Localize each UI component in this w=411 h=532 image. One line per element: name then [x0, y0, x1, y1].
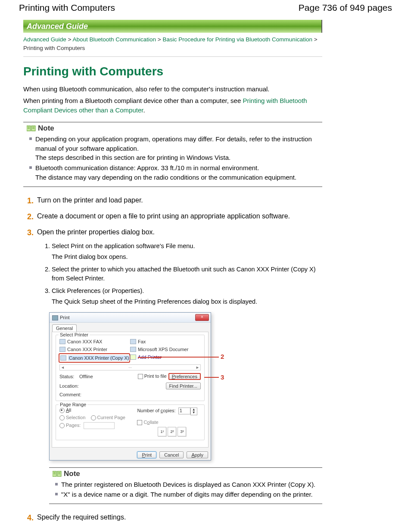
note2-item1: The printer registered on Bluetooth Devi… [61, 480, 322, 489]
note-block-2: Note The printer registered on Bluetooth… [49, 467, 322, 504]
note-label: Note [64, 470, 80, 478]
close-button[interactable]: X [195, 314, 209, 321]
copies-row: Number of copies: 1▲▼ [137, 408, 201, 415]
group-page-range: Page Range [59, 402, 87, 407]
step-1-text: Turn on the printer and load paper. [37, 196, 322, 205]
callout-2: 2 [221, 353, 224, 360]
find-printer-button[interactable]: Find Printer... [166, 383, 201, 389]
print-dialog: Print X General Select Printer Canon XXX… [49, 312, 211, 460]
comment-label: Comment: [59, 392, 79, 397]
page-title: Printing with Computers [23, 65, 322, 78]
apply-button[interactable]: Apply [187, 451, 208, 458]
printer-item-selected[interactable]: Canon XXX Printer (Copy X) [59, 353, 130, 363]
radio-pages[interactable]: Pages: [59, 422, 137, 429]
step-3-text: Open the printer properties dialog box. [37, 228, 322, 237]
note1-item1: Depending on your application program, o… [35, 134, 322, 162]
note1-item2: Bluetooth communication distance: Approx… [35, 163, 322, 182]
printer-icon [52, 315, 58, 320]
radio-all[interactable]: All [59, 408, 137, 413]
status-value: Offline [79, 374, 105, 379]
scrollbar[interactable]: ◄···► [59, 364, 201, 370]
breadcrumb-link-2[interactable]: About Bluetooth Communication [72, 36, 156, 43]
collate-check[interactable]: Collate [137, 420, 201, 425]
printer-item[interactable]: Canon XXX Printer [59, 345, 130, 353]
intro-1: When using Bluetooth communication, also… [23, 84, 322, 94]
tab-general[interactable]: General [52, 324, 77, 332]
note2-item2: "X" is a device name or a digit. The num… [61, 490, 322, 499]
location-label: Location: [59, 383, 79, 389]
printer-item[interactable]: Microsoft XPS Documer [130, 345, 201, 353]
substep-1: Select Print on the application software… [52, 242, 322, 261]
callout-3: 3 [221, 373, 224, 381]
step-4-text: Specify the required settings. [37, 513, 322, 523]
copies-input[interactable]: 1 [178, 408, 190, 414]
breadcrumb-link-3[interactable]: Basic Procedure for Printing via Bluetoo… [162, 36, 312, 43]
printer-item[interactable]: Canon XXX FAX [59, 338, 130, 345]
step-1-num: 1. [23, 196, 34, 205]
cancel-button[interactable]: Cancel [159, 451, 184, 458]
breadcrumb-link-1[interactable]: Advanced Guide [23, 36, 66, 43]
group-select-printer: Select Printer [59, 332, 90, 337]
radio-selection[interactable]: Selection [59, 415, 85, 420]
preferences-button[interactable]: Preferences [168, 373, 201, 380]
copies-spinner[interactable]: ▲▼ [190, 408, 197, 415]
status-label: Status: [59, 374, 79, 379]
note-icon [27, 125, 36, 132]
step-2-text: Create a document or open a file to prin… [37, 212, 322, 221]
print-button[interactable]: Print [137, 451, 156, 458]
header-right: Page 736 of 949 pages [299, 3, 392, 13]
note-icon [53, 470, 62, 477]
breadcrumb: Advanced Guide > About Bluetooth Communi… [23, 35, 322, 57]
note-block-1: Note Depending on your application progr… [23, 122, 322, 187]
dialog-title: Print [52, 313, 70, 322]
substep-2: Select the printer to which you attached… [52, 265, 322, 283]
print-to-file-check[interactable]: Print to file [138, 373, 167, 379]
collate-preview: 1¹2²3³ [158, 427, 201, 436]
substep-3: Click Preferences (or Properties). The Q… [52, 286, 322, 306]
radio-current-page[interactable]: Current Page [91, 415, 125, 420]
step-3-num: 3. [23, 228, 34, 237]
guide-banner: Advanced Guide [23, 20, 322, 33]
breadcrumb-current: Printing with Computers [23, 45, 85, 51]
step-2-num: 2. [23, 212, 34, 221]
intro-2: When printing from a Bluetooth compliant… [23, 96, 322, 115]
note-label: Note [38, 124, 54, 133]
header-left: Printing with Computers [19, 3, 115, 13]
step-4-num: 4. [23, 513, 34, 523]
printer-item[interactable]: Fax [130, 338, 201, 345]
